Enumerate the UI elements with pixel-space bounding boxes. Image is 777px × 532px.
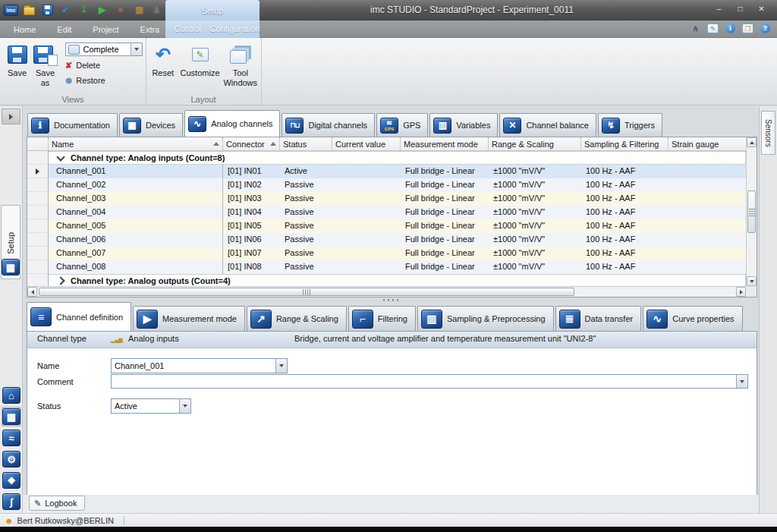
detail-tab-filtering[interactable]: ⌐Filtering xyxy=(348,306,416,331)
cell-range-scaling[interactable]: ±1000 "mV/V" xyxy=(489,260,581,274)
collapse-group-icon[interactable] xyxy=(56,153,64,161)
cell-strain-gauge[interactable] xyxy=(668,206,746,219)
cell-strain-gauge[interactable] xyxy=(668,247,746,260)
cell-name[interactable]: Channel_006 xyxy=(49,233,223,247)
save-icon[interactable] xyxy=(41,4,54,17)
page-tab-gps[interactable]: ≋GPSGPS xyxy=(376,113,428,137)
table-row-channel-003[interactable]: Channel_003[01] IN03PassiveFull bridge -… xyxy=(27,192,746,206)
cell-sampling-filtering[interactable]: 100 Hz - AAF xyxy=(581,165,668,178)
table-row-channel-004[interactable]: Channel_004[01] IN04PassiveFull bridge -… xyxy=(27,206,746,219)
column-header-name[interactable]: Name xyxy=(49,137,223,151)
cell-sampling-filtering[interactable]: 100 Hz - AAF xyxy=(581,233,668,247)
page-tab-triggers[interactable]: ↯Triggers xyxy=(598,113,662,137)
cell-connector[interactable]: [01] IN02 xyxy=(223,178,280,192)
tool-windows-button[interactable]: Tool Windows xyxy=(223,41,258,91)
view-selector-dropdown-button[interactable] xyxy=(131,43,142,55)
scroll-left-button[interactable] xyxy=(27,287,37,297)
close-button[interactable]: ✕ xyxy=(752,3,771,15)
sidebar-plugins-icon-button[interactable]: ❖ xyxy=(2,471,21,490)
detail-tab-data-transfer[interactable]: ≣Data transfer xyxy=(555,306,642,331)
sidebar-devices-nav-icon-button[interactable]: ▦ xyxy=(2,407,21,427)
help-icon[interactable]: ? xyxy=(760,23,771,34)
cell-current-value[interactable] xyxy=(332,206,401,219)
cell-range-scaling[interactable]: ±1000 "mV/V" xyxy=(489,192,581,206)
menu-tab-home[interactable]: Home xyxy=(3,23,46,37)
cell-connector[interactable]: [01] IN04 xyxy=(223,206,280,219)
cell-range-scaling[interactable]: ±1000 "mV/V" xyxy=(489,247,581,260)
import-icon[interactable]: ↧ xyxy=(77,4,90,17)
scroll-up-button[interactable] xyxy=(747,137,757,147)
page-tab-digital-channels[interactable]: ⊓⊔Digital channels xyxy=(282,113,375,137)
cell-strain-gauge[interactable] xyxy=(668,178,746,192)
cell-status[interactable]: Passive xyxy=(280,192,332,206)
page-tab-devices[interactable]: ▦Devices xyxy=(119,113,183,137)
page-tab-documentation[interactable]: ℹDocumentation xyxy=(27,113,118,137)
cell-measurement-mode[interactable]: Full bridge - Linear xyxy=(401,260,489,274)
cell-range-scaling[interactable]: ±1000 "mV/V" xyxy=(489,165,581,178)
pause-icon[interactable]: ▮▮ xyxy=(132,4,145,17)
cell-sampling-filtering[interactable]: 100 Hz - AAF xyxy=(581,178,668,192)
detail-tab-measurement-mode[interactable]: ▶Measurement mode xyxy=(133,306,245,331)
cell-current-value[interactable] xyxy=(332,247,401,260)
reset-button[interactable]: ↶ Reset xyxy=(149,41,178,91)
cell-connector[interactable]: [01] IN01 xyxy=(223,165,280,178)
expand-group-icon[interactable] xyxy=(56,276,64,285)
detail-tab-range-scaling[interactable]: ↗Range & Scaling xyxy=(247,306,347,331)
stop-icon[interactable]: ■ xyxy=(114,4,127,17)
cell-current-value[interactable] xyxy=(332,165,401,178)
refresh-window-icon[interactable]: ❐ xyxy=(742,23,753,34)
cell-measurement-mode[interactable]: Full bridge - Linear xyxy=(401,247,489,260)
sidebar-settings-icon-button[interactable]: ⚙ xyxy=(2,449,21,469)
delete-view-button[interactable]: ✘ Delete xyxy=(65,59,143,71)
column-header-measurement-mode[interactable]: Measurement mode xyxy=(401,137,489,151)
scroll-down-button[interactable] xyxy=(747,276,757,286)
column-header-status[interactable]: Status xyxy=(280,137,332,151)
cell-range-scaling[interactable]: ±1000 "mV/V" xyxy=(489,219,581,233)
cell-name[interactable]: Channel_002 xyxy=(49,178,223,192)
name-combo-dropdown-button[interactable] xyxy=(275,359,287,373)
detail-tab-curve-properties[interactable]: ∿Curve properties xyxy=(643,306,742,331)
menu-tab-project[interactable]: Project xyxy=(82,23,129,37)
status-combo-dropdown-button[interactable] xyxy=(179,399,190,413)
cell-current-value[interactable] xyxy=(332,178,401,192)
vertical-scrollbar[interactable] xyxy=(746,137,757,286)
cell-connector[interactable]: [01] IN06 xyxy=(223,233,280,247)
table-row-channel-005[interactable]: Channel_005[01] IN05PassiveFull bridge -… xyxy=(27,219,746,233)
table-row-channel-007[interactable]: Channel_007[01] IN07PassiveFull bridge -… xyxy=(27,247,746,260)
comment-combo[interactable] xyxy=(111,374,748,389)
menu-tab-control[interactable]: Control xyxy=(165,20,210,38)
logbook-tab[interactable]: ✎ Logbook xyxy=(29,496,85,511)
cell-name[interactable]: Channel_005 xyxy=(49,219,223,233)
vertical-scroll-thumb[interactable] xyxy=(747,190,756,233)
sidebar-home-icon-button[interactable]: ⌂ xyxy=(2,386,21,405)
cell-status[interactable]: Passive xyxy=(280,206,332,219)
cell-measurement-mode[interactable]: Full bridge - Linear xyxy=(401,233,489,247)
imc-logo[interactable]: imc xyxy=(5,4,17,17)
cell-connector[interactable]: [01] IN05 xyxy=(223,219,280,233)
cell-sampling-filtering[interactable]: 100 Hz - AAF xyxy=(581,192,668,206)
page-tab-variables[interactable]: ▥Variables xyxy=(429,113,498,137)
menu-tab-edit[interactable]: Edit xyxy=(46,23,82,37)
comment-combo-dropdown-button[interactable] xyxy=(736,375,747,388)
cell-connector[interactable]: [01] IN07 xyxy=(223,247,280,260)
name-combo[interactable]: Channel_001 xyxy=(111,358,288,373)
column-header-range-scaling[interactable]: Range & Scaling xyxy=(489,137,581,151)
customize-button[interactable]: ✎ Customize xyxy=(181,41,220,91)
sidebar-panel-icon-button[interactable]: ≈ xyxy=(2,428,21,448)
maximize-button[interactable]: □ xyxy=(731,3,750,15)
cell-strain-gauge[interactable] xyxy=(668,260,746,274)
cell-range-scaling[interactable]: ±1000 "mV/V" xyxy=(489,178,581,192)
cell-measurement-mode[interactable]: Full bridge - Linear xyxy=(401,178,489,192)
scroll-right-button[interactable] xyxy=(736,287,746,297)
save-as-button[interactable]: Save as xyxy=(31,41,59,91)
cell-status[interactable]: Passive xyxy=(280,233,332,247)
cell-measurement-mode[interactable]: Full bridge - Linear xyxy=(401,219,489,233)
cell-name[interactable]: Channel_008 xyxy=(49,260,223,274)
save-button[interactable]: Save xyxy=(3,41,31,91)
apply-icon[interactable]: ✔ xyxy=(59,4,72,17)
minimize-button[interactable]: – xyxy=(709,3,728,15)
cell-current-value[interactable] xyxy=(332,260,401,274)
table-row-channel-008[interactable]: Channel_008[01] IN08PassiveFull bridge -… xyxy=(27,260,746,274)
sidebar-functions-icon-button[interactable]: ∫ xyxy=(2,492,21,512)
cell-strain-gauge[interactable] xyxy=(668,165,746,178)
